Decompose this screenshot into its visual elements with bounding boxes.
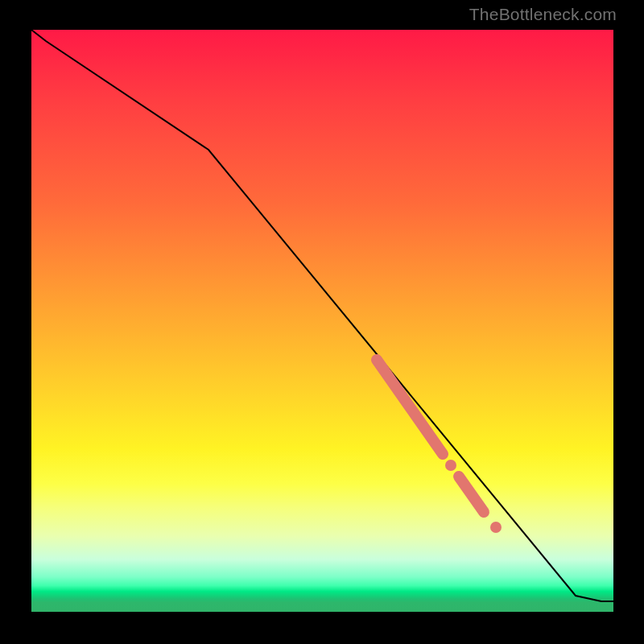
curve-line [31,30,613,601]
chart-svg [31,30,613,612]
credit-text: TheBottleneck.com [469,5,617,24]
marker-dot-upper [445,460,456,471]
marker-long-segment [377,360,443,454]
plot-area [31,30,613,612]
chart-frame: TheBottleneck.com [0,0,644,644]
marker-dot-lower [490,522,502,533]
marker-mid-segment [459,477,484,512]
